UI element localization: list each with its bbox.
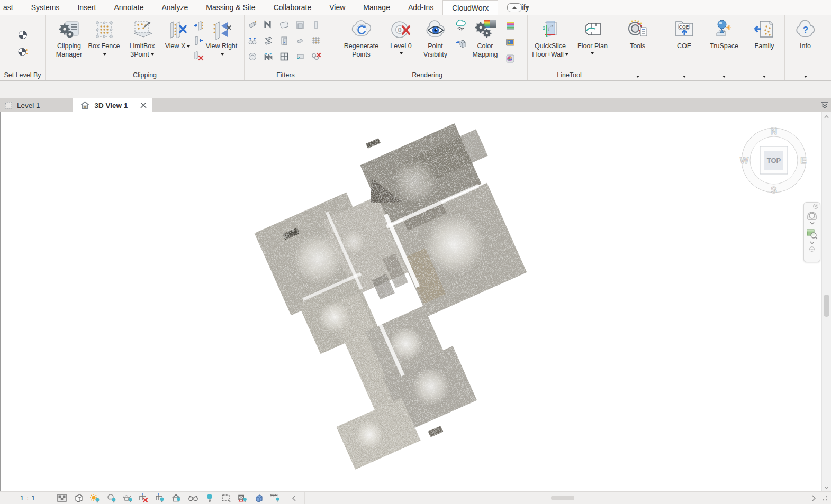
family-panel-expander[interactable] — [744, 76, 784, 78]
drawing-area[interactable]: N E S W TOP — [0, 112, 822, 492]
floor-plan-button[interactable]: Floor Plan — [576, 18, 610, 54]
scale-button[interactable]: 1 : 1 — [20, 494, 35, 502]
truspace-panel-expander[interactable] — [704, 76, 744, 78]
color-mapping-button[interactable]: Color Mapping — [468, 18, 503, 59]
view-right-button[interactable]: View Right — [205, 18, 238, 59]
fitter-duct-icon[interactable] — [263, 19, 274, 31]
temporary-hide-isolate-icon[interactable] — [204, 493, 215, 503]
crop-region-visibility-icon[interactable] — [155, 493, 166, 503]
tab-massing-site[interactable]: Massing & Site — [197, 0, 264, 15]
horizontal-scrollbar[interactable] — [304, 492, 808, 504]
clipping-manager-button[interactable]: Clipping Manager — [52, 18, 87, 59]
reveal-constraints-icon[interactable] — [270, 493, 281, 503]
quickslice-button[interactable]: 2 QuickSlice Floor+Wall — [529, 18, 572, 59]
info-button[interactable]: ? Info — [787, 18, 825, 51]
point-visibility-button[interactable]: Point Visibility — [418, 18, 453, 59]
fitter-disconnect-icon[interactable] — [310, 51, 322, 62]
fitter-double-duct-icon[interactable] — [263, 51, 274, 62]
reveal-hidden-elements-icon[interactable] — [188, 493, 198, 503]
chevron-down-icon[interactable] — [804, 222, 820, 225]
fitter-box-icon[interactable] — [294, 19, 306, 31]
tab-insert[interactable]: Insert — [68, 0, 105, 15]
palette-icon[interactable] — [504, 53, 516, 65]
shadows-icon[interactable] — [106, 493, 116, 503]
image-map-icon[interactable] — [504, 36, 516, 48]
sun-path-icon[interactable] — [89, 493, 100, 503]
minimize-ribbon-button[interactable] — [507, 3, 522, 12]
render-dialog-icon[interactable] — [122, 493, 133, 503]
scroll-down-icon[interactable] — [822, 483, 831, 492]
tools-button[interactable]: Tools — [619, 18, 657, 51]
truspace-button[interactable]: TruSpace — [705, 18, 743, 51]
set-level-points-icon[interactable] — [17, 46, 29, 58]
gradient-bar-icon[interactable] — [504, 20, 516, 32]
expand-toolbar-icon[interactable] — [811, 495, 816, 501]
analytical-model-icon[interactable] — [237, 493, 248, 503]
chevron-down-icon[interactable] — [525, 6, 529, 9]
level-0-button[interactable]: 0 Level 0 — [386, 18, 417, 54]
visual-style-icon[interactable] — [73, 493, 84, 503]
tab-add-ins[interactable]: Add-Ins — [399, 0, 442, 15]
fitter-grid-icon[interactable] — [310, 35, 322, 47]
fitter-round-icon[interactable] — [247, 51, 258, 62]
vertical-scrollbar-thumb[interactable] — [824, 295, 829, 317]
horizontal-scrollbar-thumb[interactable] — [551, 496, 574, 500]
minus-icon[interactable] — [804, 246, 820, 252]
view-x-button[interactable]: View X — [164, 18, 192, 51]
locked-orientation-icon[interactable] — [171, 493, 182, 503]
tab-analyze[interactable]: Analyze — [152, 0, 197, 15]
tab-annotate[interactable]: Annotate — [105, 0, 152, 15]
coe-button[interactable]: COE COE — [665, 18, 703, 51]
coe-panel-expander[interactable] — [664, 76, 704, 78]
fitter-column-icon[interactable] — [310, 19, 322, 31]
crop-view-icon[interactable] — [139, 493, 149, 503]
view-tab-level1[interactable]: Level 1 — [0, 98, 48, 112]
fitter-conduit-icon[interactable] — [294, 35, 306, 47]
tab-precast[interactable]: ast — [0, 0, 22, 15]
fitter-window-icon[interactable] — [278, 51, 290, 62]
fitter-door-icon[interactable] — [278, 35, 290, 47]
clip-pull-plane-icon[interactable] — [193, 35, 204, 47]
set-level-target-icon[interactable] — [17, 29, 29, 41]
family-button[interactable]: Family — [745, 18, 783, 51]
limitbox-3point-button[interactable]: LimitBox 3Point — [122, 18, 163, 59]
temporary-view-properties-icon[interactable] — [221, 493, 231, 503]
tab-collaborate[interactable]: Collaborate — [265, 0, 321, 15]
tools-panel-expander[interactable] — [611, 76, 664, 78]
fitter-beam-icon[interactable] — [263, 35, 274, 47]
info-panel-expander[interactable] — [785, 76, 826, 78]
collapse-toolbar-icon[interactable] — [288, 493, 299, 503]
fitter-screen-icon[interactable] — [294, 51, 306, 62]
viewcube[interactable]: N E S W TOP — [734, 121, 814, 200]
clip-delete-plane-icon[interactable] — [193, 50, 204, 61]
cloud-slice-icon[interactable] — [455, 20, 466, 32]
close-icon[interactable] — [140, 102, 147, 108]
compass-east[interactable]: E — [800, 155, 806, 166]
clip-align-plane-icon[interactable] — [193, 20, 204, 32]
displacement-sets-icon[interactable] — [254, 493, 264, 503]
resize-grip-icon[interactable] — [821, 495, 828, 501]
chevron-down-icon[interactable] — [804, 241, 820, 244]
regenerate-points-button[interactable]: Regenerate Points — [339, 18, 384, 59]
steering-wheel-icon[interactable] — [804, 209, 820, 222]
tab-list-icon[interactable] — [820, 101, 829, 108]
box-fence-button[interactable]: Box Fence — [88, 18, 121, 59]
scroll-up-icon[interactable] — [822, 112, 831, 121]
tab-view[interactable]: View — [320, 0, 354, 15]
fitter-pipe-icon[interactable] — [247, 19, 258, 31]
tab-systems[interactable]: Systems — [22, 0, 69, 15]
compass-west[interactable]: W — [740, 155, 749, 166]
close-icon[interactable] — [804, 203, 820, 209]
vertical-scrollbar[interactable] — [821, 112, 831, 492]
export-points-icon[interactable] — [455, 38, 466, 50]
view-tab-3d-view-1[interactable]: 3D View 1 — [73, 98, 152, 112]
point-cloud-view[interactable] — [1, 112, 822, 492]
fitter-panel-icon[interactable] — [278, 19, 290, 31]
compass-north[interactable]: N — [771, 126, 777, 136]
tab-manage[interactable]: Manage — [354, 0, 399, 15]
zoom-region-icon[interactable] — [804, 227, 820, 240]
fitter-finder-icon[interactable] — [247, 35, 258, 47]
compass-south[interactable]: S — [771, 185, 776, 195]
detail-level-icon[interactable] — [57, 493, 67, 503]
tab-cloudworx[interactable]: CloudWorx — [442, 0, 498, 15]
